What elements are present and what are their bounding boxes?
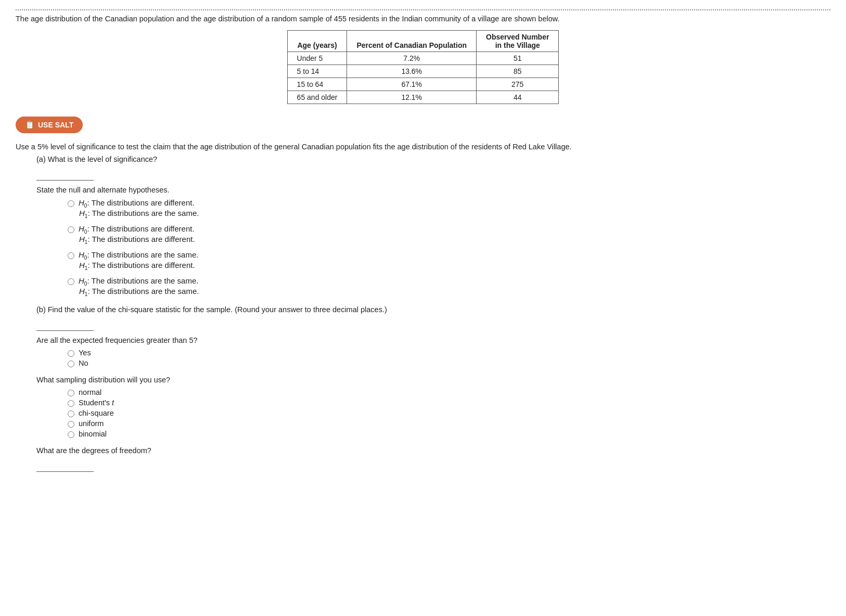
intro-text: The age distribution of the Canadian pop… [16, 9, 830, 23]
expected-freq-option-1: No [68, 359, 830, 367]
hypothesis-option-0: H0: The distributions are different.H1: … [68, 198, 830, 219]
salt-icon: 📋 [25, 120, 35, 130]
main-question: Use a 5% level of significance to test t… [16, 143, 830, 151]
part-a-input[interactable] [36, 170, 94, 181]
sampling-dist-radio-4[interactable] [68, 431, 74, 438]
sampling-dist-label: What sampling distribution will you use? [36, 376, 830, 384]
expected-freq-label: Are all the expected frequencies greater… [36, 336, 830, 344]
sampling-dist-section: What sampling distribution will you use?… [36, 376, 830, 438]
sampling-dist-radio-2[interactable] [68, 410, 74, 417]
hypothesis-radio-2[interactable] [68, 252, 74, 259]
hypothesis-radio-0[interactable] [68, 200, 74, 207]
hypotheses-section: State the null and alternate hypotheses.… [36, 186, 830, 297]
table-row: 15 to 6467.1%275 [287, 78, 559, 91]
expected-freq-radio-1[interactable] [68, 361, 74, 367]
expected-freq-section: Are all the expected frequencies greater… [36, 336, 830, 367]
sampling-dist-option-3: uniform [68, 419, 830, 428]
degrees-freedom-label: What are the degrees of freedom? [36, 446, 830, 455]
sampling-dist-option-2: chi-square [68, 409, 830, 417]
table-row: 5 to 1413.6%85 [287, 65, 559, 78]
hypothesis-radio-1[interactable] [68, 226, 74, 233]
table-row: 65 and older12.1%44 [287, 91, 559, 104]
col-percent: Percent of Canadian Population [347, 31, 477, 52]
expected-freq-radio-0[interactable] [68, 350, 74, 357]
part-b-input[interactable] [36, 320, 94, 331]
hypothesis-option-3: H0: The distributions are the same.H1: T… [68, 276, 830, 297]
expected-freq-option-0: Yes [68, 349, 830, 357]
sampling-dist-option-1: Student's t [68, 399, 830, 407]
sampling-dist-option-0: normal [68, 388, 830, 396]
data-table: Age (years) Percent of Canadian Populati… [287, 30, 559, 104]
sampling-dist-option-4: binomial [68, 430, 830, 438]
use-salt-button[interactable]: 📋 USE SALT [16, 117, 83, 133]
sampling-dist-radio-1[interactable] [68, 400, 74, 407]
hypothesis-radio-3[interactable] [68, 278, 74, 285]
degrees-freedom-input[interactable] [36, 461, 94, 472]
col-observed-line2: in the Village [477, 41, 559, 52]
hypothesis-option-1: H0: The distributions are different.H1: … [68, 224, 830, 245]
col-observed-line1: Observed Number [477, 31, 559, 42]
part-b-label: (b) Find the value of the chi-square sta… [36, 305, 830, 314]
sampling-dist-radio-0[interactable] [68, 390, 74, 396]
hypothesis-option-2: H0: The distributions are the same.H1: T… [68, 250, 830, 271]
col-age: Age (years) [287, 31, 347, 52]
salt-label: USE SALT [38, 121, 73, 129]
hypotheses-label: State the null and alternate hypotheses. [36, 186, 830, 194]
table-row: Under 57.2%51 [287, 52, 559, 65]
part-a-label: (a) What is the level of significance? [36, 155, 830, 163]
sampling-dist-radio-3[interactable] [68, 421, 74, 428]
